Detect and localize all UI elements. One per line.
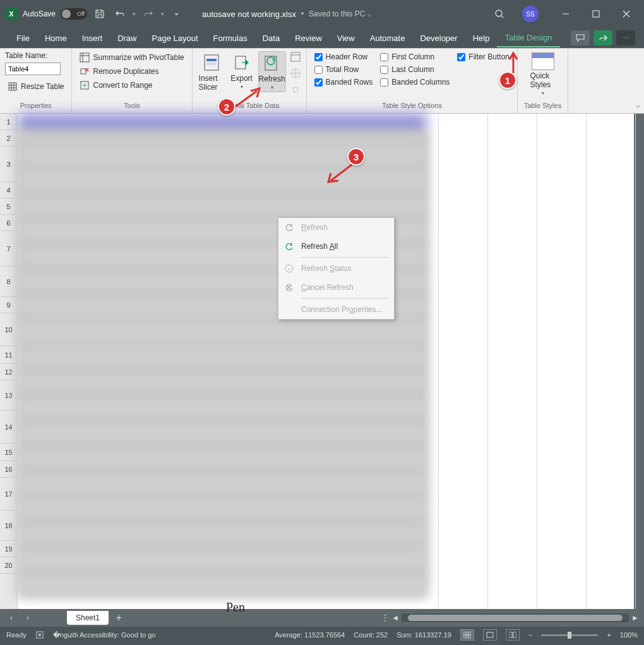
sheet-tabs-bar: ‹ › Sheet1 + ⋮ ◄ ►: [0, 609, 644, 627]
sheet-nav-next[interactable]: ›: [21, 613, 34, 622]
accessibility-status[interactable]: �người Accessibility: Good to go: [53, 631, 156, 639]
tab-view[interactable]: View: [330, 30, 362, 47]
zoom-slider[interactable]: [541, 634, 598, 636]
row-header[interactable]: 7: [0, 231, 17, 267]
dd-cancel-refresh: Cancel Refresh: [278, 278, 394, 297]
row-header[interactable]: 20: [0, 557, 17, 574]
row-header[interactable]: 11: [0, 346, 17, 364]
tab-data[interactable]: Data: [255, 30, 287, 47]
row-header[interactable]: 9: [0, 297, 17, 313]
sheet-body[interactable]: Pen Refresh Refresh All Refresh Status C…: [18, 114, 634, 609]
autosave-toggle[interactable]: Off: [61, 8, 87, 20]
row-header[interactable]: 16: [0, 461, 17, 478]
ribbon-expand-icon[interactable]: ⌵: [636, 100, 640, 109]
tab-formulas[interactable]: Formulas: [206, 30, 255, 47]
tab-draw[interactable]: Draw: [110, 30, 144, 47]
save-icon[interactable]: [92, 6, 107, 21]
row-header[interactable]: 19: [0, 541, 17, 557]
view-page-break-icon[interactable]: [506, 629, 520, 641]
properties-icon[interactable]: [290, 51, 301, 66]
quick-styles-button[interactable]: Quick Styles ▾: [529, 51, 557, 97]
banded-columns-checkbox[interactable]: Banded Columns: [378, 76, 452, 88]
total-row-checkbox[interactable]: Total Row: [312, 64, 376, 75]
comments-button[interactable]: [571, 30, 590, 45]
svg-rect-11: [291, 52, 300, 61]
share-button[interactable]: [593, 30, 612, 45]
unlink-icon[interactable]: [290, 84, 301, 99]
hscroll-left[interactable]: ◄: [391, 613, 399, 622]
open-browser-icon[interactable]: [290, 68, 301, 83]
sheet-tab-sheet1[interactable]: Sheet1: [67, 611, 109, 625]
minimize-button[interactable]: [553, 4, 578, 23]
excel-icon: X: [5, 8, 18, 20]
last-column-checkbox[interactable]: Last Column: [378, 64, 452, 75]
tab-page-layout[interactable]: Page Layout: [145, 30, 206, 47]
table-name-input[interactable]: [5, 63, 61, 75]
add-sheet-button[interactable]: +: [112, 612, 125, 624]
banded-rows-checkbox[interactable]: Banded Rows: [312, 76, 376, 88]
row-header[interactable]: 8: [0, 267, 17, 297]
dd-connection-properties: Connection Properties...: [278, 300, 394, 319]
row-header[interactable]: 17: [0, 478, 17, 510]
hscroll-right[interactable]: ►: [631, 613, 639, 622]
refresh-button[interactable]: Refresh ▾: [258, 51, 286, 92]
row-header[interactable]: 1: [0, 114, 17, 130]
redo-icon[interactable]: [141, 6, 156, 21]
maximize-button[interactable]: [583, 4, 609, 23]
tab-insert[interactable]: Insert: [75, 30, 110, 47]
tab-review[interactable]: Review: [287, 30, 330, 47]
view-page-layout-icon[interactable]: [483, 629, 497, 641]
horizontal-scrollbar[interactable]: [402, 613, 629, 622]
tab-help[interactable]: Help: [465, 30, 498, 47]
callout-1: 1: [499, 71, 516, 89]
tab-file[interactable]: File: [9, 30, 37, 47]
close-button[interactable]: [614, 4, 639, 23]
dd-refresh-all[interactable]: Refresh All: [278, 237, 394, 256]
row-header[interactable]: 15: [0, 443, 17, 461]
first-column-checkbox[interactable]: First Column: [378, 51, 452, 63]
row-header[interactable]: 12: [0, 364, 17, 380]
search-icon[interactable]: [494, 9, 504, 19]
sheet-menu-icon[interactable]: ⋮: [381, 613, 389, 622]
row-header[interactable]: 10: [0, 313, 17, 346]
view-normal-icon[interactable]: [460, 629, 474, 641]
more-button[interactable]: 〰: [616, 30, 635, 45]
tab-home[interactable]: Home: [37, 30, 75, 47]
row-header[interactable]: 4: [0, 182, 17, 198]
row-headers: 1234567891011121314151617181920: [0, 114, 18, 609]
resize-table-button[interactable]: Resize Table: [5, 80, 66, 93]
svg-rect-2: [9, 83, 16, 90]
status-ready: Ready: [6, 631, 27, 639]
tab-automate[interactable]: Automate: [362, 30, 413, 47]
zoom-level[interactable]: 100%: [620, 631, 638, 639]
remove-duplicates-button[interactable]: Remove Duplicates: [77, 65, 186, 78]
tab-table-design[interactable]: Table Design: [497, 29, 559, 47]
export-button[interactable]: Export ▾: [228, 51, 256, 91]
summarize-pivot-button[interactable]: Summarize with PivotTable: [77, 51, 186, 64]
header-row-checkbox[interactable]: Header Row: [312, 51, 376, 63]
tab-developer[interactable]: Developer: [412, 30, 465, 47]
saved-status[interactable]: Saved to this PC ⌵: [309, 9, 371, 18]
row-header[interactable]: 18: [0, 510, 17, 541]
slicer-icon: [201, 52, 222, 73]
sheet-nav-prev[interactable]: ‹: [5, 613, 18, 622]
arrow-3: [327, 162, 355, 184]
svg-rect-8: [206, 63, 217, 65]
qat-dropdown-icon[interactable]: ⏷: [169, 6, 184, 21]
row-header[interactable]: 6: [0, 215, 17, 231]
undo-icon[interactable]: [112, 6, 128, 21]
row-header[interactable]: 2: [0, 130, 17, 147]
row-header[interactable]: 14: [0, 411, 17, 443]
title-bar: X AutoSave Off ▾ ▾ ⏷ autosave not workin…: [0, 0, 644, 28]
svg-rect-17: [487, 632, 493, 637]
row-header[interactable]: 5: [0, 198, 17, 215]
insert-slicer-button[interactable]: Insert Slicer: [198, 51, 225, 93]
user-avatar[interactable]: SS: [522, 6, 539, 22]
row-header[interactable]: 13: [0, 380, 17, 411]
convert-to-range-button[interactable]: Convert to Range: [77, 79, 186, 92]
macro-record-icon[interactable]: [35, 630, 44, 639]
filter-button-checkbox[interactable]: Filter Button: [455, 51, 512, 63]
zoom-out-button[interactable]: −: [528, 631, 532, 639]
row-header[interactable]: 3: [0, 147, 17, 182]
zoom-in-button[interactable]: +: [607, 631, 611, 639]
